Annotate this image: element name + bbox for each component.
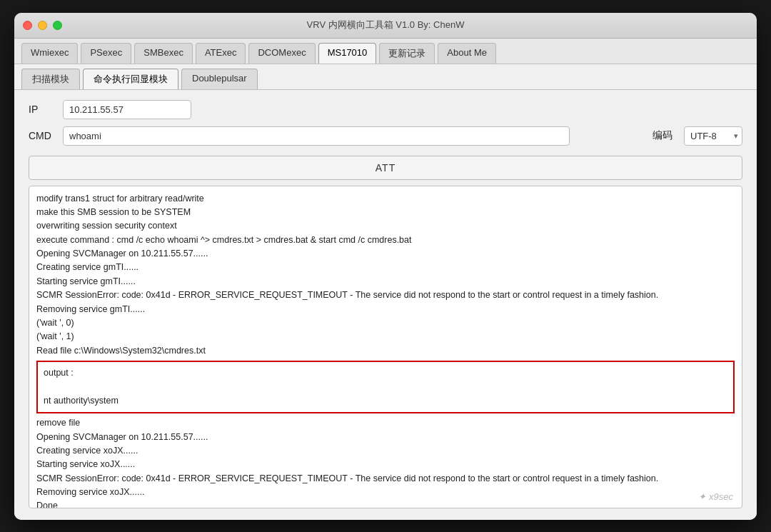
tab-smbexec[interactable]: SMBexec — [134, 43, 193, 64]
ip-input[interactable] — [63, 100, 191, 119]
close-button[interactable] — [23, 21, 32, 30]
output-line: Read file c:\Windows\System32\cmdres.txt — [36, 344, 735, 358]
output-line: Opening SVCManager on 10.211.55.57...... — [36, 247, 735, 261]
cmd-row: CMD 编码 UTF-8 GBK GB2312 — [29, 126, 742, 146]
output-line: ('wait ', 1) — [36, 330, 735, 343]
window-title: VRV 内网横向工具箱 V1.0 By: ChenW — [307, 19, 465, 31]
tab-update-log[interactable]: 更新记录 — [379, 43, 435, 64]
output-result-label: output : — [44, 366, 727, 380]
output-line: Starting service gmTI...... — [36, 275, 735, 288]
tab-psexec[interactable]: PSexec — [81, 43, 131, 64]
tab-doublepulsar[interactable]: Doublepulsar — [181, 69, 258, 89]
cmd-label: CMD — [29, 130, 54, 141]
tab-atexec[interactable]: ATExec — [196, 43, 246, 64]
tab-wmiexec[interactable]: Wmiexec — [21, 43, 78, 64]
output-line: Opening SVCManager on 10.211.55.57...... — [36, 431, 735, 444]
output-line: ('wait ', 0) — [36, 316, 735, 330]
att-button[interactable]: ATT — [29, 156, 742, 180]
output-area: modify trans1 struct for arbitrary read/… — [29, 186, 742, 508]
output-line: make this SMB session to be SYSTEM — [36, 206, 735, 219]
output-line: SCMR SessionError: code: 0x41d - ERROR_S… — [36, 472, 735, 486]
form-area: IP CMD 编码 UTF-8 GBK GB2312 — [14, 90, 757, 153]
output-blank — [44, 380, 727, 393]
output-line: Creating service xoJX...... — [36, 444, 735, 458]
top-tab-bar: Wmiexec PSexec SMBexec ATExec DCOMexec M… — [14, 39, 757, 64]
output-highlight-box: output : nt authority\system — [36, 361, 735, 413]
cmd-input[interactable] — [63, 126, 570, 146]
ip-row: IP — [29, 100, 742, 119]
output-line: modify trans1 struct for arbitrary read/… — [36, 192, 735, 206]
content-area: Wmiexec PSexec SMBexec ATExec DCOMexec M… — [14, 39, 757, 520]
output-line: Removing service gmTI...... — [36, 303, 735, 316]
output-line: remove file — [36, 416, 735, 430]
tab-about-me[interactable]: About Me — [438, 43, 496, 64]
output-line: SCMR SessionError: code: 0x41d - ERROR_S… — [36, 288, 735, 302]
output-line: Creating service gmTI...... — [36, 261, 735, 274]
encoding-select-wrapper: UTF-8 GBK GB2312 — [684, 126, 742, 146]
titlebar: VRV 内网横向工具箱 V1.0 By: ChenW — [14, 13, 757, 39]
output-scroll[interactable]: modify trans1 struct for arbitrary read/… — [29, 186, 742, 508]
tab-dcomexec[interactable]: DCOMexec — [248, 43, 315, 64]
ip-label: IP — [29, 104, 54, 115]
output-line: execute command : cmd /c echo whoami ^> … — [36, 234, 735, 247]
encoding-select[interactable]: UTF-8 GBK GB2312 — [684, 126, 742, 146]
minimize-button[interactable] — [38, 21, 47, 30]
encoding-area: 编码 UTF-8 GBK GB2312 — [652, 126, 742, 146]
output-line: Starting service xoJX...... — [36, 458, 735, 471]
output-line: overwriting session security context — [36, 219, 735, 233]
tab-cmd-module[interactable]: 命令执行回显模块 — [83, 69, 178, 89]
tab-ms17010[interactable]: MS17010 — [318, 43, 377, 64]
output-line: Removing service xoJX...... — [36, 486, 735, 499]
tab-scan-module[interactable]: 扫描模块 — [21, 69, 80, 89]
output-result-value: nt authority\system — [44, 394, 727, 408]
output-line: Done — [36, 499, 735, 507]
maximize-button[interactable] — [53, 21, 62, 30]
window-controls — [23, 21, 62, 30]
encoding-label: 编码 — [652, 129, 678, 142]
secondary-tab-bar: 扫描模块 命令执行回显模块 Doublepulsar — [14, 64, 757, 90]
main-window: VRV 内网横向工具箱 V1.0 By: ChenW Wmiexec PSexe… — [14, 13, 757, 520]
